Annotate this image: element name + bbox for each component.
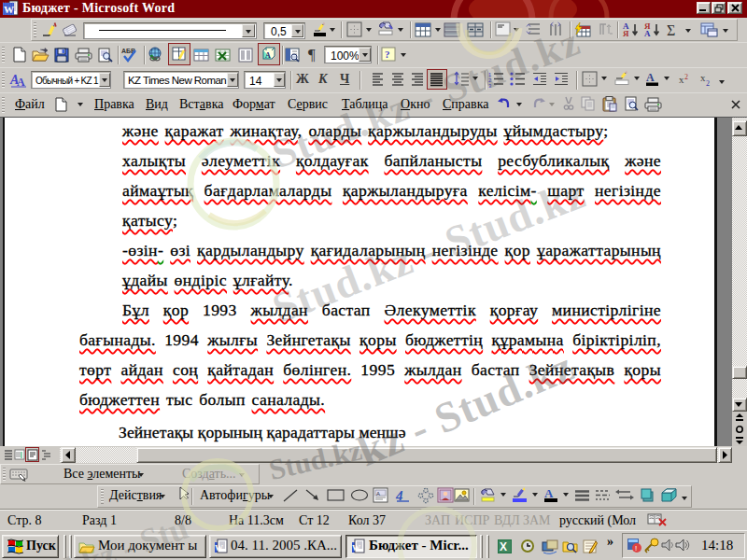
svg-text:A: A xyxy=(265,51,271,60)
svg-text:А: А xyxy=(646,71,655,84)
svg-text:А: А xyxy=(376,491,380,497)
svg-text:!: ! xyxy=(635,544,637,553)
svg-text:X: X xyxy=(500,540,507,553)
svg-text:W: W xyxy=(352,543,360,553)
svg-text:2: 2 xyxy=(706,79,710,88)
svg-text:Я: Я xyxy=(623,29,629,38)
svg-text:А: А xyxy=(644,29,651,38)
svg-text:2: 2 xyxy=(684,73,688,81)
svg-text:А: А xyxy=(544,486,554,500)
svg-text:?: ? xyxy=(385,49,390,60)
svg-text:W: W xyxy=(215,543,223,553)
svg-text:W: W xyxy=(4,4,14,15)
